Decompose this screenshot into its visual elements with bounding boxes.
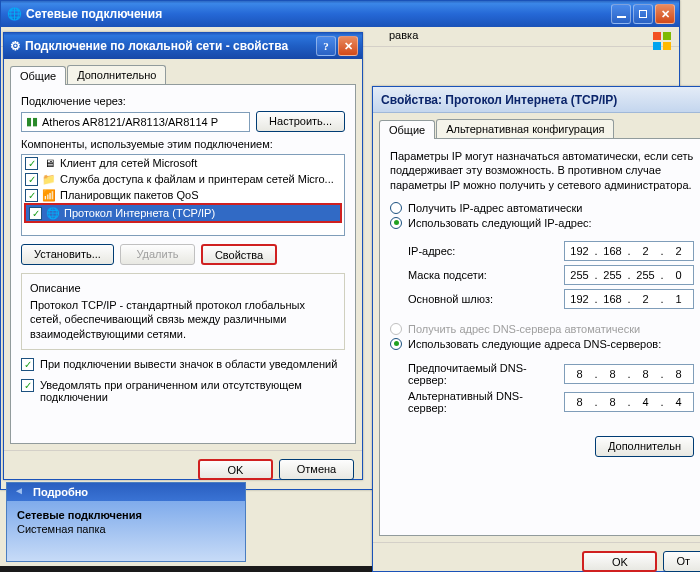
main-titlebar[interactable]: 🌐 Сетевые подключения ✕	[1, 1, 679, 27]
install-button[interactable]: Установить...	[21, 244, 114, 265]
list-item[interactable]: ✓ 🖥 Клиент для сетей Microsoft	[22, 155, 344, 171]
tcpip-title: Свойства: Протокол Интернета (TCP/IP)	[381, 93, 617, 107]
radio-ip-auto[interactable]	[390, 202, 402, 214]
ip-label: IP-адрес:	[408, 245, 556, 257]
tab-general[interactable]: Общие	[10, 66, 66, 85]
connect-using-label: Подключение через:	[21, 95, 345, 107]
nic-icon: ▮▮	[26, 115, 38, 128]
lan-title: Подключение по локальной сети - свойства	[25, 39, 288, 53]
list-item[interactable]: ✓ 📁 Служба доступа к файлам и принтерам …	[22, 171, 344, 187]
checkbox[interactable]: ✓	[25, 173, 38, 186]
list-item-label: Протокол Интернета (TCP/IP)	[64, 207, 215, 219]
close-button[interactable]: ✕	[338, 36, 358, 56]
cancel-button[interactable]: От	[663, 551, 700, 572]
xp-logo-icon	[651, 31, 673, 51]
help-button[interactable]: ?	[316, 36, 336, 56]
protocol-icon: 🌐	[46, 206, 60, 220]
main-title: Сетевые подключения	[26, 7, 162, 21]
list-item-label: Планировщик пакетов QoS	[60, 189, 199, 201]
lan-tabstrip: Общие Дополнительно	[10, 65, 356, 84]
description-text: Протокол TCP/IP - стандартный протокол г…	[30, 298, 336, 341]
dns2-field[interactable]: 8. 8. 4. 4	[564, 392, 694, 412]
tcpip-properties-dialog: Свойства: Протокол Интернета (TCP/IP) Об…	[372, 86, 700, 572]
adapter-field: ▮▮ Atheros AR8121/AR8113/AR8114 P	[21, 112, 250, 132]
lan-tab-body: Подключение через: ▮▮ Atheros AR8121/AR8…	[10, 84, 356, 444]
ok-button[interactable]: OK	[582, 551, 657, 572]
configure-button[interactable]: Настроить...	[256, 111, 345, 132]
checkbox-tray[interactable]: ✓	[21, 358, 34, 371]
network-icon: ⚙	[10, 39, 21, 53]
tray-checkbox-label: При подключении вывести значок в области…	[40, 358, 345, 370]
remove-button: Удалить	[120, 244, 195, 265]
radio-ip-manual[interactable]	[390, 217, 402, 229]
notify-checkbox-label: Уведомлять при ограниченном или отсутств…	[40, 379, 345, 403]
mask-label: Маска подсети:	[408, 269, 556, 281]
subnet-mask-field[interactable]: 255. 255. 255. 0	[564, 265, 694, 285]
details-panel: Подробно Сетевые подключения Системная п…	[6, 482, 246, 562]
lan-titlebar[interactable]: ⚙ Подключение по локальной сети - свойст…	[4, 33, 362, 59]
lan-button-row: OK Отмена	[4, 450, 362, 488]
gateway-label: Основной шлюз:	[408, 293, 556, 305]
svg-rect-1	[663, 32, 671, 40]
dns-section: Предпочитаемый DNS-сервер: 8. 8. 8. 8 Ал…	[390, 356, 694, 422]
minimize-button[interactable]	[611, 4, 631, 24]
tcpip-tab-body: Параметры IP могут назначаться автоматич…	[379, 138, 700, 536]
dns1-field[interactable]: 8. 8. 8. 8	[564, 364, 694, 384]
svg-rect-0	[653, 32, 661, 40]
radio-dns-manual[interactable]	[390, 338, 402, 350]
svg-rect-2	[653, 42, 661, 50]
components-list[interactable]: ✓ 🖥 Клиент для сетей Microsoft ✓ 📁 Служб…	[21, 154, 345, 236]
description-group: Описание Протокол TCP/IP - стандартный п…	[21, 273, 345, 350]
radio-dns-manual-label: Использовать следующие адреса DNS-сервер…	[408, 338, 661, 350]
globe-icon: 🌐	[7, 7, 22, 21]
properties-button[interactable]: Свойства	[201, 244, 277, 265]
checkbox[interactable]: ✓	[29, 207, 42, 220]
ok-button[interactable]: OK	[198, 459, 273, 480]
tcpip-caption[interactable]: Свойства: Протокол Интернета (TCP/IP)	[373, 87, 700, 113]
client-icon: 🖥	[42, 156, 56, 170]
list-item-label: Служба доступа к файлам и принтерам сете…	[60, 173, 334, 185]
dns1-label: Предпочитаемый DNS-сервер:	[408, 362, 556, 386]
dns2-label: Альтернативный DNS-сервер:	[408, 390, 556, 414]
radio-ip-auto-label: Получить IP-адрес автоматически	[408, 202, 582, 214]
details-subtitle: Системная папка	[17, 523, 235, 535]
help-text: Параметры IP могут назначаться автоматич…	[390, 149, 694, 192]
tab-altconfig[interactable]: Альтернативная конфигурация	[436, 119, 614, 138]
description-title: Описание	[30, 282, 336, 294]
gateway-field[interactable]: 192. 168. 2. 1	[564, 289, 694, 309]
checkbox[interactable]: ✓	[25, 189, 38, 202]
details-title: Сетевые подключения	[17, 509, 235, 521]
list-item[interactable]: ✓ 📶 Планировщик пакетов QoS	[22, 187, 344, 203]
radio-dns-auto	[390, 323, 402, 335]
ip-address-field[interactable]: 192. 168. 2. 2	[564, 241, 694, 261]
advanced-button[interactable]: Дополнительн	[595, 436, 694, 457]
list-item-label: Клиент для сетей Microsoft	[60, 157, 197, 169]
tab-general[interactable]: Общие	[379, 120, 435, 139]
list-item-tcpip[interactable]: ✓ 🌐 Протокол Интернета (TCP/IP)	[24, 203, 342, 223]
radio-dns-auto-label: Получить адрес DNS-сервера автоматически	[408, 323, 640, 335]
lan-properties-dialog: ⚙ Подключение по локальной сети - свойст…	[3, 32, 363, 480]
checkbox[interactable]: ✓	[25, 157, 38, 170]
maximize-button[interactable]	[633, 4, 653, 24]
svg-rect-3	[663, 42, 671, 50]
cancel-button[interactable]: Отмена	[279, 459, 354, 480]
menu-item[interactable]: равка	[389, 29, 418, 41]
components-label: Компоненты, используемые этим подключени…	[21, 138, 345, 150]
service-icon: 📁	[42, 172, 56, 186]
tab-advanced[interactable]: Дополнительно	[67, 65, 166, 84]
adapter-name: Atheros AR8121/AR8113/AR8114 P	[42, 116, 218, 128]
checkbox-notify[interactable]: ✓	[21, 379, 34, 392]
close-button[interactable]: ✕	[655, 4, 675, 24]
tcpip-button-row: OK От	[373, 542, 700, 572]
tcpip-tabstrip: Общие Альтернативная конфигурация	[379, 119, 700, 138]
ip-section: IP-адрес: 192. 168. 2. 2 Маска подсети: …	[390, 235, 694, 317]
radio-ip-manual-label: Использовать следующий IP-адрес:	[408, 217, 592, 229]
service-icon: 📶	[42, 188, 56, 202]
